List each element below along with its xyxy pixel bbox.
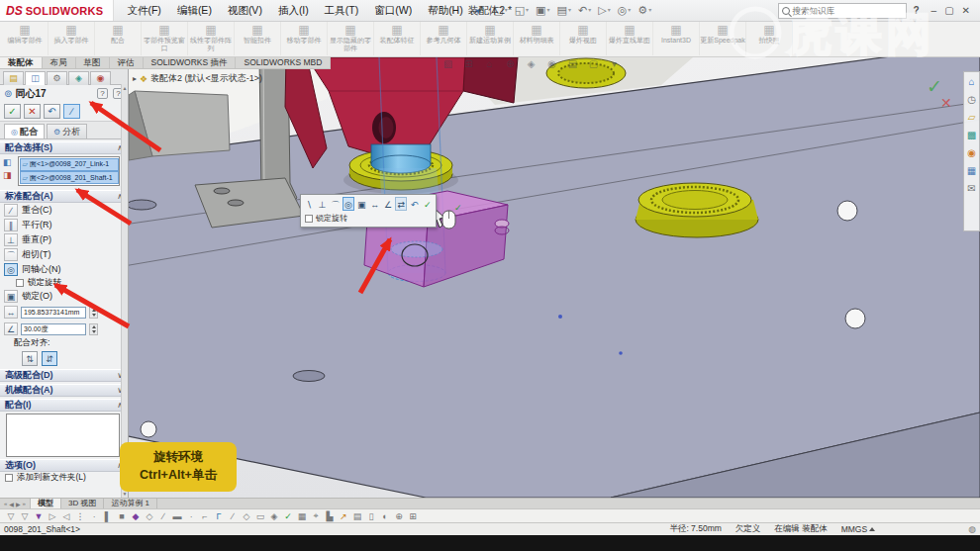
task-pane-icon[interactable]: ▦ [967, 165, 976, 177]
quick-access-icon[interactable]: ▢ [491, 4, 509, 17]
task-pane-icon[interactable]: ✉ [967, 183, 975, 195]
mate-quick-button[interactable]: ⊥ [316, 197, 328, 211]
document-tab[interactable]: 模型 [31, 499, 61, 508]
selection-filter-icon[interactable]: ⌖ [309, 510, 323, 521]
menu-item[interactable]: 窗口(W) [367, 2, 419, 20]
mate-coincident[interactable]: ∕ 重合(C) [0, 203, 128, 218]
ok-button[interactable]: ✓ [4, 104, 21, 119]
help-icon[interactable]: ? [97, 88, 108, 99]
selection-filter-icon[interactable]: ⌐ [198, 511, 212, 521]
ribbon-button[interactable]: 配合 [95, 22, 142, 55]
quick-access-icon[interactable]: ⚙ [636, 4, 653, 17]
task-pane-icon[interactable]: ▩ [967, 130, 976, 141]
view-toolbar-icon[interactable]: ▢ [585, 58, 602, 69]
mate-quick-button[interactable]: ↔ [368, 197, 380, 211]
panel-scrollbar[interactable]: ▲▼ [121, 84, 128, 498]
selection-filter-icon[interactable]: ◇ [240, 511, 253, 521]
add-to-folder-checkbox[interactable] [5, 474, 13, 482]
mate-selections-listbox[interactable]: ▱ 面<1>@0098_207_Link-1 ▱ 面<2>@0098_201_S… [18, 156, 120, 186]
ribbon-button[interactable]: 零部件预览窗口 [142, 22, 188, 55]
section-standard-mates[interactable]: 标准配合(A) ∧ [0, 190, 128, 203]
anti-aligned-button[interactable]: ⇵ [42, 351, 57, 366]
flyout-feature-tree[interactable]: ▸ ❖ 装配体2 (默认<显示状态-1>) [133, 72, 262, 85]
view-toolbar-icon[interactable]: ▾ [606, 58, 623, 69]
command-tab[interactable]: SOLIDWORKS MBD [236, 57, 331, 68]
tab-analysis[interactable]: ⚙ 分析 [47, 124, 87, 138]
close-button[interactable]: ✕ [962, 5, 970, 16]
panel-tab-icon[interactable]: ▤ [3, 71, 24, 85]
selection-filter-icon[interactable]: ✓ [281, 511, 295, 521]
mate-concentric[interactable]: ◎ 同轴心(N) [0, 262, 128, 277]
panel-tab-icon[interactable]: ◫ [25, 71, 46, 85]
selection-filter-icon[interactable]: ▭ [253, 511, 267, 521]
command-tab[interactable]: 草图 [76, 57, 110, 68]
document-tab[interactable]: 3D 视图 [61, 499, 104, 508]
ribbon-button[interactable]: 爆炸视图 [560, 22, 607, 55]
selection-filter-icon[interactable]: ▽ [18, 511, 32, 521]
selection-filter-icon[interactable]: ∙ [184, 511, 198, 521]
section-mates-list[interactable]: 配合(I) ∧ [0, 399, 128, 412]
tab-mates[interactable]: ◎ 配合 [4, 124, 45, 138]
expand-caret-icon[interactable]: ▸ [133, 74, 137, 83]
tab-nav-icon[interactable]: ◀ [9, 501, 14, 507]
document-tab[interactable]: 运动算例 1 [104, 499, 157, 508]
minimize-button[interactable]: – [931, 5, 937, 16]
selection-filter-icon[interactable]: ↗ [337, 511, 350, 521]
tab-nav-icon[interactable]: » [23, 501, 26, 506]
selection-filter-icon[interactable]: ◐ [378, 511, 392, 521]
command-tab[interactable]: 装配体 [0, 57, 43, 68]
panel-tab-icon[interactable]: ⚙ [47, 71, 67, 85]
selection-filter-icon[interactable]: ∙ [87, 511, 101, 521]
pin-icon[interactable]: ➤ [471, 4, 483, 16]
selection-filter-icon[interactable]: ⋮ [73, 511, 87, 521]
menu-item[interactable]: 插入(I) [271, 2, 316, 20]
command-tab[interactable]: SOLIDWORKS 插件 [144, 57, 237, 68]
selection-filter-icon[interactable]: ◇ [143, 511, 156, 521]
selection-item[interactable]: ▱ 面<1>@0098_207_Link-1 [20, 158, 119, 171]
ribbon-button[interactable]: 材料明细表 [514, 22, 560, 55]
quick-access-icon[interactable]: ▣ [534, 4, 551, 17]
view-toolbar-icon[interactable]: ⊕ [502, 58, 519, 69]
restore-button[interactable]: ▢ [944, 5, 953, 16]
ribbon-button[interactable]: 拍快照 [746, 22, 793, 55]
units-selector[interactable]: MMGS [841, 524, 875, 534]
quick-access-icon[interactable]: ▷ [596, 4, 612, 17]
angle-stepper[interactable] [89, 323, 98, 335]
mate-quick-button[interactable]: ∠ [382, 197, 394, 211]
selection-filter-icon[interactable]: Γ [212, 511, 226, 521]
task-pane-icon[interactable]: ⌂ [968, 76, 974, 88]
view-toolbar-icon[interactable]: ▧ [440, 58, 456, 69]
mate-quick-button[interactable]: ⇄ [395, 197, 407, 211]
mate-quick-button[interactable]: ◎ [343, 197, 354, 211]
view-toolbar-icon[interactable]: ◈ [523, 58, 539, 69]
selection-filter-icon[interactable]: ▤ [350, 511, 364, 521]
search-input[interactable] [792, 6, 903, 16]
selection-filter-icon[interactable]: ▯ [364, 511, 378, 521]
mate-lock[interactable]: ▣ 锁定(O) [0, 289, 128, 304]
menu-item[interactable]: 视图(V) [221, 2, 269, 20]
command-tab[interactable]: 布局 [43, 57, 76, 68]
menu-item[interactable]: 文件(F) [120, 2, 167, 20]
mate-quick-button[interactable]: ↶ [408, 197, 420, 211]
wall-part[interactable] [129, 91, 230, 160]
selection-filter-icon[interactable]: ∕ [226, 511, 240, 521]
ribbon-button[interactable]: 移动零部件 [281, 22, 328, 55]
graphics-viewport[interactable]: ✓ [129, 57, 980, 498]
ribbon-button[interactable]: 更新Speedpak [700, 22, 746, 55]
selection-filter-icon[interactable]: ◁ [59, 511, 73, 521]
selection-filter-icon[interactable]: ∕ [156, 511, 170, 521]
quick-access-icon[interactable]: ◱ [513, 4, 531, 17]
selection-filter-icon[interactable]: ▬ [170, 511, 184, 521]
selection-filter-icon[interactable]: ⊞ [406, 511, 420, 521]
mates-listbox[interactable] [6, 413, 120, 457]
pushpin-button[interactable]: ∕ [63, 104, 80, 119]
tab-nav-icon[interactable]: « [4, 501, 7, 506]
mate-quick-button[interactable]: ▣ [355, 197, 367, 211]
ribbon-button[interactable]: 新建运动算例 [467, 22, 514, 55]
selection-filter-icon[interactable]: ▷ [46, 511, 59, 521]
undo-button[interactable]: ↶ [44, 104, 60, 119]
panel-tab-icon[interactable]: ◉ [90, 71, 111, 85]
panel-tab-icon[interactable]: ◈ [68, 71, 89, 85]
section-options[interactable]: 选项(O) ∧ [0, 459, 128, 472]
confirm-cancel-icon[interactable]: ✕ [940, 95, 952, 111]
